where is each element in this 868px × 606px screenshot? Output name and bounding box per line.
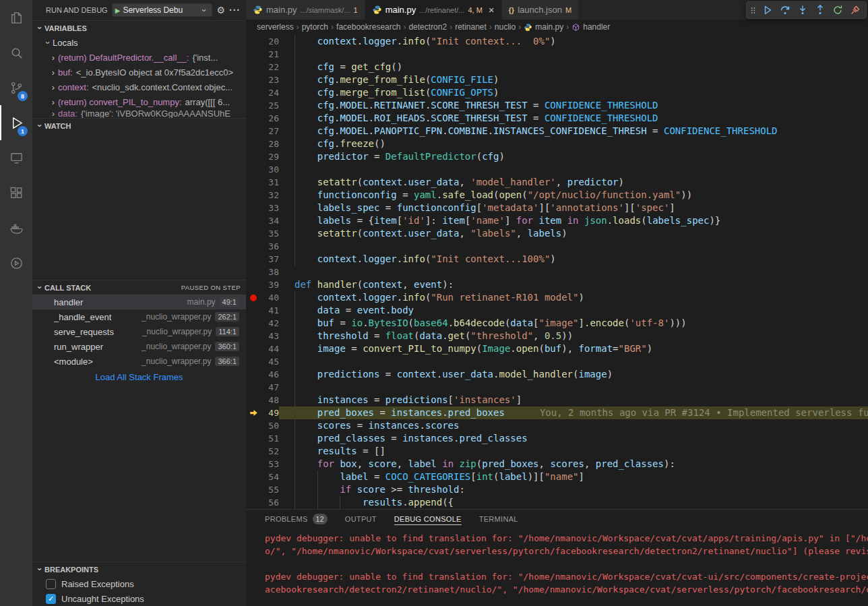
glyph-margin[interactable] (246, 406, 261, 419)
glyph-margin[interactable] (246, 381, 261, 394)
variable-row[interactable]: ›(return) convert_PIL_to_numpy:array([[[… (32, 94, 246, 109)
tab-2-launch.json[interactable]: {}launch.jsonM (502, 0, 580, 20)
locals-scope[interactable]: › Locals (32, 35, 246, 50)
start-debugging-icon[interactable]: ▶ (115, 7, 121, 14)
panel-tab-terminal[interactable]: TERMINAL (479, 510, 518, 528)
glyph-margin[interactable] (246, 35, 261, 48)
gear-icon[interactable]: ⚙ (216, 5, 225, 16)
watch-section-header[interactable]: › WATCH (32, 118, 246, 133)
variable-row[interactable]: ›(return) DefaultPredictor.__call__:{'in… (32, 50, 246, 65)
code-editor[interactable]: 20context.logger.info("Init context... 0… (246, 34, 868, 509)
glyph-margin[interactable] (246, 214, 261, 227)
glyph-margin[interactable] (246, 86, 261, 99)
close-icon[interactable]: × (489, 5, 495, 15)
glyph-margin[interactable] (246, 112, 261, 125)
code-line-47[interactable]: 47 (246, 381, 868, 394)
debug-console-output[interactable]: pydev debugger: unable to find translati… (246, 528, 868, 606)
continue-button[interactable] (760, 3, 775, 18)
variables-section-header[interactable]: › VARIABLES (32, 20, 246, 35)
more-actions-icon[interactable]: ··· (229, 5, 241, 16)
load-all-stack-frames-link[interactable]: Load All Stack Frames (32, 369, 246, 385)
glyph-margin[interactable] (246, 355, 261, 368)
glyph-margin[interactable] (246, 138, 261, 150)
tab-1-main.py[interactable]: main.py.../retinanet/...4, M× (365, 0, 502, 20)
activity-item-search[interactable] (0, 35, 32, 70)
breadcrumb-item-pytorch[interactable]: pytorch (302, 22, 328, 32)
code-line-51[interactable]: 51pred_classes = instances.pred_classes (246, 432, 868, 445)
breakpoint-row[interactable]: ✓Uncaught Exceptions (32, 591, 246, 606)
glyph-margin[interactable] (246, 176, 261, 189)
breakpoints-section-header[interactable]: › BREAKPOINTS (32, 562, 246, 576)
glyph-margin[interactable] (246, 432, 261, 445)
glyph-margin[interactable] (246, 368, 261, 381)
code-line-24[interactable]: 24cfg.merge_from_list(CONFIG_OPTS) (246, 86, 868, 99)
glyph-margin[interactable] (246, 99, 261, 112)
code-line-38[interactable]: 38 (246, 266, 868, 278)
code-line-27[interactable]: 27cfg.MODEL.PANOPTIC_FPN.COMBINE.INSTANC… (246, 125, 868, 138)
glyph-margin[interactable] (246, 342, 261, 355)
code-line-42[interactable]: 42buf = io.BytesIO(base64.b64decode(data… (246, 317, 868, 330)
glyph-margin[interactable] (246, 150, 261, 163)
breadcrumb-item-detectron2[interactable]: detectron2 (408, 22, 447, 32)
activity-item-run-and-debug[interactable]: 1 (0, 105, 32, 140)
code-line-29[interactable]: 29predictor = DefaultPredictor(cfg) (246, 150, 868, 163)
code-line-39[interactable]: 39def handler(context, event): (246, 278, 868, 291)
stack-frame-_handle_event[interactable]: _handle_event_nuclio_wrapper.py262:1 (32, 309, 246, 324)
call-stack-section-header[interactable]: › CALL STACK PAUSED ON STEP (32, 280, 246, 295)
glyph-margin[interactable] (246, 240, 261, 253)
code-line-37[interactable]: 37context.logger.info("Init context...10… (246, 253, 868, 266)
glyph-margin[interactable] (246, 291, 261, 304)
glyph-margin[interactable] (246, 445, 261, 458)
code-line-45[interactable]: 45 (246, 355, 868, 368)
stack-frame-serve_requests[interactable]: serve_requests_nuclio_wrapper.py114:1 (32, 324, 246, 339)
checkbox[interactable] (46, 579, 56, 589)
variable-row[interactable]: ›data:{'image': 'iVBORw0KGgoAAAANSUhE (32, 109, 246, 118)
glyph-margin[interactable] (246, 253, 261, 266)
breakpoint-icon[interactable] (250, 295, 257, 301)
code-line-50[interactable]: 50scores = instances.scores (246, 419, 868, 432)
breadcrumb-item-main.py[interactable]: main.py (524, 22, 563, 32)
code-line-36[interactable]: 36 (246, 240, 868, 253)
restart-button[interactable] (830, 3, 845, 18)
stack-frame-run_wrapper[interactable]: run_wrapper_nuclio_wrapper.py360:1 (32, 339, 246, 354)
code-line-43[interactable]: 43threshold = float(data.get("threshold"… (246, 330, 868, 342)
step-over-button[interactable] (777, 3, 793, 18)
glyph-margin[interactable] (246, 202, 261, 214)
activity-item-remote-explorer[interactable] (0, 140, 32, 175)
breadcrumb-item-nuclio[interactable]: nuclio (495, 22, 516, 32)
code-line-40[interactable]: 40context.logger.info("Run retinanet-R10… (246, 291, 868, 304)
code-line-53[interactable]: 53for box, score, label in zip(pred_boxe… (246, 458, 868, 471)
checkbox[interactable]: ✓ (46, 594, 56, 604)
code-line-21[interactable]: 21 (246, 48, 868, 61)
code-line-56[interactable]: 56results.append({ (246, 496, 868, 509)
glyph-margin[interactable] (246, 419, 261, 432)
code-line-54[interactable]: 54label = COCO_CATEGORIES[int(label)]["n… (246, 471, 868, 483)
code-line-48[interactable]: 48instances = predictions['instances'] (246, 394, 868, 406)
activity-item-extensions[interactable] (0, 175, 32, 210)
glyph-margin[interactable] (246, 317, 261, 330)
step-out-button[interactable] (812, 3, 828, 18)
code-line-33[interactable]: 33labels_spec = functionconfig['metadata… (246, 202, 868, 214)
panel-tab-problems[interactable]: PROBLEMS12 (265, 510, 328, 528)
breadcrumb-item-retinanet[interactable]: retinanet (455, 22, 487, 32)
code-line-52[interactable]: 52results = [] (246, 445, 868, 458)
glyph-margin[interactable] (246, 227, 261, 240)
code-line-28[interactable]: 28cfg.freeze() (246, 138, 868, 150)
code-line-35[interactable]: 35setattr(context.user_data, "labels", l… (246, 227, 868, 240)
activity-item-source-control[interactable]: 8 (0, 70, 32, 105)
code-line-41[interactable]: 41data = event.body (246, 304, 868, 317)
code-line-49[interactable]: 49pred_boxes = instances.pred_boxesYou, … (246, 406, 868, 419)
code-line-25[interactable]: 25cfg.MODEL.RETINANET.SCORE_THRESH_TEST … (246, 99, 868, 112)
stack-frame-<module>[interactable]: <module>_nuclio_wrapper.py366:1 (32, 354, 246, 369)
glyph-margin[interactable] (246, 496, 261, 509)
code-line-30[interactable]: 30 (246, 163, 868, 176)
code-line-22[interactable]: 22cfg = get_cfg() (246, 61, 868, 73)
glyph-margin[interactable] (246, 61, 261, 73)
breakpoint-row[interactable]: Raised Exceptions (32, 576, 246, 591)
code-line-46[interactable]: 46predictions = context.user_data.model_… (246, 368, 868, 381)
code-line-32[interactable]: 32functionconfig = yaml.safe_load(open("… (246, 189, 868, 202)
toolbar-drag-handle[interactable] (750, 5, 756, 16)
glyph-margin[interactable] (246, 73, 261, 86)
glyph-margin[interactable] (246, 266, 261, 278)
debug-config-dropdown[interactable]: ▶ Serverless Debu › (112, 3, 213, 17)
